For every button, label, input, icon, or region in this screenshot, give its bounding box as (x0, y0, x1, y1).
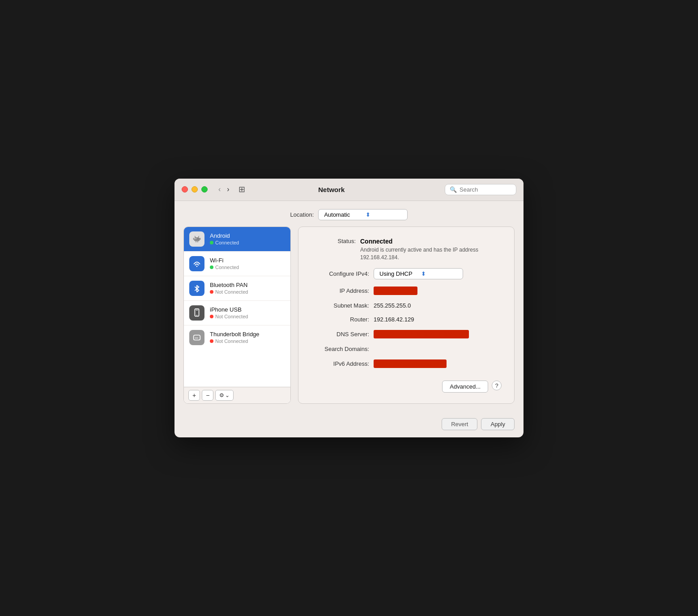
iphone-usb-status: Not Connected (210, 314, 248, 319)
router-label: Router: (311, 316, 369, 323)
sidebar: ••• Android Connected (183, 227, 291, 404)
wifi-status: Connected (210, 265, 239, 270)
ip-address-row: IP Address: 192.168.42.184 (311, 287, 502, 295)
apply-button[interactable]: Apply (481, 418, 515, 430)
gear-icon: ⚙ (219, 392, 224, 398)
svg-rect-8 (197, 241, 198, 242)
android-status-text: Connected (215, 240, 239, 245)
revert-button[interactable]: Revert (442, 418, 477, 430)
svg-point-10 (196, 265, 198, 267)
subnet-mask-value: 255.255.255.0 (374, 302, 411, 309)
android-status-dot (210, 241, 213, 244)
sidebar-item-bluetooth-pan[interactable]: Bluetooth PAN Not Connected (184, 276, 290, 301)
android-name: Android (210, 232, 239, 239)
search-icon: 🔍 (450, 186, 457, 193)
svg-point-16 (196, 315, 197, 316)
sidebar-item-thunderbolt-bridge[interactable]: ••• Thunderbolt Bridge Not Connected (184, 325, 290, 350)
location-value: Automatic (324, 211, 362, 218)
iphone-usb-status-dot (210, 315, 213, 318)
bottom-bar: Advanced... ? (311, 375, 502, 393)
android-status: Connected (210, 240, 239, 245)
sidebar-item-wifi[interactable]: Wi-Fi Connected (184, 252, 290, 276)
gear-menu-button[interactable]: ⚙ ⌄ (215, 390, 234, 401)
dns-server-label: DNS Server: (311, 331, 369, 338)
window-title: Network (224, 186, 439, 193)
svg-rect-7 (196, 241, 196, 242)
thunderbolt-bridge-status-text: Not Connected (215, 338, 248, 344)
help-button[interactable]: ? (492, 381, 502, 390)
network-preferences-window: ‹ › ⊞ Network 🔍 Location: Automatic ⬍ (174, 179, 524, 438)
thunderbolt-icon: ••• (189, 330, 204, 345)
svg-text:•••: ••• (194, 237, 196, 240)
search-bar[interactable]: 🔍 (445, 184, 516, 195)
bluetooth-pan-name: Bluetooth PAN (210, 282, 248, 288)
maximize-button[interactable] (201, 186, 208, 192)
status-label: Status: (311, 238, 356, 244)
bluetooth-pan-status-text: Not Connected (215, 289, 248, 295)
sidebar-list: ••• Android Connected (184, 227, 290, 387)
advanced-button[interactable]: Advanced... (442, 381, 488, 393)
sidebar-toolbar: + − ⚙ ⌄ (184, 387, 290, 403)
sidebar-item-iphone-usb[interactable]: iPhone USB Not Connected (184, 301, 290, 325)
search-input[interactable] (460, 186, 511, 193)
status-section: Status: Connected Android is currently a… (311, 238, 502, 261)
wifi-status-text: Connected (215, 265, 239, 270)
ipv6-address-row: IPv6 Address: fe80::1234:5678:abcd:ef01 (311, 359, 502, 368)
remove-network-button[interactable]: − (202, 390, 213, 401)
configure-ipv4-stepper-icon: ⬍ (421, 270, 459, 277)
router-value: 192.168.42.129 (374, 316, 414, 323)
thunderbolt-bridge-status: Not Connected (210, 338, 260, 344)
svg-text:•••: ••• (195, 335, 198, 339)
main-content: ••• Android Connected (174, 227, 524, 413)
location-label: Location: (290, 211, 314, 218)
configure-ipv4-select[interactable]: Using DHCP ⬍ (374, 268, 463, 279)
thunderbolt-bridge-info: Thunderbolt Bridge Not Connected (210, 331, 260, 344)
ipv6-address-value: fe80::1234:5678:abcd:ef01 (374, 359, 447, 368)
traffic-lights (182, 186, 208, 192)
configure-ipv4-value: Using DHCP (379, 270, 417, 277)
location-stepper-icon: ⬍ (366, 211, 404, 218)
wifi-status-dot (210, 265, 213, 269)
wifi-icon (189, 256, 204, 271)
detail-panel: Status: Connected Android is currently a… (298, 227, 515, 404)
chevron-down-icon: ⌄ (225, 392, 230, 398)
ip-address-label: IP Address: (311, 287, 369, 294)
bluetooth-pan-status: Not Connected (210, 289, 248, 295)
svg-rect-4 (200, 238, 200, 240)
thunderbolt-bridge-name: Thunderbolt Bridge (210, 331, 260, 338)
bluetooth-pan-info: Bluetooth PAN Not Connected (210, 282, 248, 295)
bluetooth-pan-status-dot (210, 290, 213, 294)
sidebar-item-android[interactable]: ••• Android Connected (184, 227, 290, 252)
iphone-usb-info: iPhone USB Not Connected (210, 306, 248, 319)
iphone-usb-name: iPhone USB (210, 306, 248, 313)
search-domains-label: Search Domains: (311, 346, 369, 352)
location-select[interactable]: Automatic ⬍ (318, 209, 408, 220)
configure-ipv4-row: Configure IPv4: Using DHCP ⬍ (311, 268, 502, 279)
status-value-group: Connected Android is currently active an… (360, 238, 502, 261)
android-icon: ••• (189, 231, 204, 247)
minimize-button[interactable] (192, 186, 198, 192)
status-description: Android is currently active and has the … (360, 246, 502, 261)
thunderbolt-bridge-status-dot (210, 339, 213, 343)
window-footer: Revert Apply (174, 413, 524, 437)
status-connected-value: Connected (360, 238, 502, 245)
wifi-name: Wi-Fi (210, 257, 239, 264)
ipv6-address-label: IPv6 Address: (311, 360, 369, 367)
svg-line-6 (198, 236, 199, 237)
search-domains-row: Search Domains: (311, 346, 502, 352)
bottom-bar-right: Advanced... ? (442, 381, 502, 393)
bluetooth-icon (189, 281, 204, 296)
iphone-usb-status-text: Not Connected (215, 314, 248, 319)
dns-server-value: DNS.SERVER.REDACTED.VALUE (374, 330, 469, 338)
wifi-info: Wi-Fi Connected (210, 257, 239, 270)
subnet-mask-label: Subnet Mask: (311, 302, 369, 309)
router-row: Router: 192.168.42.129 (311, 316, 502, 323)
add-network-button[interactable]: + (188, 390, 200, 401)
subnet-mask-row: Subnet Mask: 255.255.255.0 (311, 302, 502, 309)
iphone-icon (189, 305, 204, 321)
back-button[interactable]: ‹ (217, 185, 222, 194)
close-button[interactable] (182, 186, 188, 192)
android-info: Android Connected (210, 232, 239, 245)
title-bar: ‹ › ⊞ Network 🔍 (174, 179, 524, 201)
configure-ipv4-label: Configure IPv4: (311, 270, 369, 277)
